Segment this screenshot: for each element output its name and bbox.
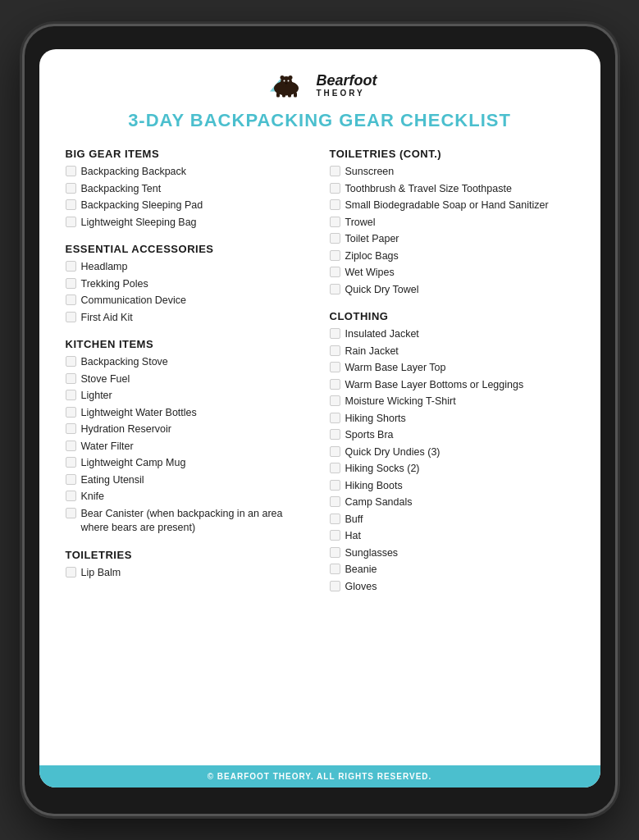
section-title-big-gear: BIG GEAR ITEMS bbox=[66, 148, 310, 160]
checkbox[interactable] bbox=[330, 514, 340, 524]
svg-point-12 bbox=[285, 83, 288, 84]
list-item: Camp Sandals bbox=[330, 495, 574, 510]
list-item: Buff bbox=[330, 513, 574, 527]
checkbox[interactable] bbox=[66, 356, 76, 367]
checkbox[interactable] bbox=[66, 407, 76, 418]
checkbox[interactable] bbox=[66, 567, 76, 578]
checkbox[interactable] bbox=[330, 530, 340, 541]
list-item: Moisture Wicking T-Shirt bbox=[330, 395, 574, 409]
list-item: Trowel bbox=[330, 216, 574, 231]
list-item: Hiking Boots bbox=[330, 479, 574, 494]
list-item: Lightweight Sleeping Bag bbox=[66, 216, 310, 231]
checkbox[interactable] bbox=[66, 491, 76, 501]
right-column: TOILETRIES (cont.) Sunscreen Toothbrush … bbox=[330, 148, 574, 607]
list-item: Backpacking Backpack bbox=[66, 165, 310, 180]
tablet-screen: Bearfoot THEORY 3-DAY BACKPACKING GEAR C… bbox=[39, 49, 600, 788]
list-item: Quick Dry Undies (3) bbox=[330, 445, 574, 460]
checkbox[interactable] bbox=[66, 166, 76, 176]
svg-rect-8 bbox=[288, 94, 291, 98]
checkbox[interactable] bbox=[330, 199, 340, 210]
checkbox[interactable] bbox=[66, 183, 76, 194]
left-column: BIG GEAR ITEMS Backpacking Backpack Back… bbox=[66, 148, 310, 607]
checkbox[interactable] bbox=[66, 261, 76, 272]
list-item: Hydration Reservoir bbox=[66, 422, 310, 437]
list-item: Headlamp bbox=[66, 260, 310, 275]
checkbox[interactable] bbox=[330, 480, 340, 491]
list-item: Quick Dry Towel bbox=[330, 283, 574, 298]
checkbox[interactable] bbox=[330, 250, 340, 261]
checkbox[interactable] bbox=[66, 278, 76, 289]
brand-name: Bearfoot bbox=[316, 72, 377, 89]
logo-area: Bearfoot THEORY bbox=[66, 69, 574, 102]
checkbox[interactable] bbox=[330, 267, 340, 277]
content-area: Bearfoot THEORY 3-DAY BACKPACKING GEAR C… bbox=[39, 49, 600, 765]
checkbox[interactable] bbox=[66, 312, 76, 322]
checkbox[interactable] bbox=[66, 373, 76, 384]
checkbox[interactable] bbox=[330, 166, 340, 176]
list-item: Small Biodegradable Soap or Hand Sanitiz… bbox=[330, 199, 574, 213]
list-item: Warm Base Layer Bottoms or Leggings bbox=[330, 378, 574, 393]
list-item: Sports Bra bbox=[330, 428, 574, 443]
list-item: Knife bbox=[66, 490, 310, 504]
checkbox[interactable] bbox=[330, 362, 340, 372]
list-item: Backpacking Sleeping Pad bbox=[66, 199, 310, 213]
list-item: Water Filter bbox=[66, 440, 310, 454]
footer-text: © BEARFOOT THEORY. ALL RIGHTS RESERVED. bbox=[208, 772, 432, 781]
section-kitchen-items: KITCHEN ITEMS Backpacking Stove Stove Fu… bbox=[66, 338, 310, 536]
list-item: Trekking Poles bbox=[66, 277, 310, 292]
list-item: Lighter bbox=[66, 389, 310, 404]
section-title-clothing: CLOTHING bbox=[330, 310, 574, 322]
list-item: Lip Balm bbox=[66, 566, 310, 581]
list-item: Gloves bbox=[330, 580, 574, 595]
checkbox[interactable] bbox=[330, 463, 340, 473]
section-toiletries-cont: TOILETRIES (cont.) Sunscreen Toothbrush … bbox=[330, 148, 574, 297]
brand-sub: THEORY bbox=[316, 89, 377, 98]
checkbox[interactable] bbox=[330, 345, 340, 356]
bear-logo: Bearfoot THEORY bbox=[262, 69, 377, 102]
checkbox[interactable] bbox=[330, 183, 340, 194]
checkbox[interactable] bbox=[66, 474, 76, 485]
checkbox[interactable] bbox=[330, 217, 340, 227]
section-title-toiletries-cont: TOILETRIES (cont.) bbox=[330, 148, 574, 160]
checklist-grid: BIG GEAR ITEMS Backpacking Backpack Back… bbox=[66, 148, 574, 607]
checkbox[interactable] bbox=[330, 284, 340, 294]
checkbox[interactable] bbox=[66, 423, 76, 434]
list-item: Communication Device bbox=[66, 294, 310, 308]
checkbox[interactable] bbox=[66, 294, 76, 305]
section-toiletries: TOILETRIES Lip Balm bbox=[66, 549, 310, 581]
list-item: Lightweight Camp Mug bbox=[66, 456, 310, 471]
list-item: Hiking Shorts bbox=[330, 412, 574, 427]
checkbox[interactable] bbox=[66, 217, 76, 227]
list-item: Toothbrush & Travel Size Toothpaste bbox=[330, 182, 574, 197]
list-item: Backpacking Stove bbox=[66, 355, 310, 370]
svg-point-11 bbox=[288, 80, 290, 82]
checkbox[interactable] bbox=[330, 581, 340, 591]
checkbox[interactable] bbox=[330, 446, 340, 457]
checkbox[interactable] bbox=[330, 328, 340, 339]
svg-rect-6 bbox=[276, 93, 280, 98]
checkbox[interactable] bbox=[330, 564, 340, 574]
section-big-gear: BIG GEAR ITEMS Backpacking Backpack Back… bbox=[66, 148, 310, 230]
checkbox[interactable] bbox=[330, 547, 340, 558]
checkbox[interactable] bbox=[66, 441, 76, 451]
checkbox[interactable] bbox=[330, 395, 340, 406]
checkbox[interactable] bbox=[66, 390, 76, 400]
bear-icon bbox=[262, 69, 311, 102]
checkbox[interactable] bbox=[66, 508, 76, 518]
checkbox[interactable] bbox=[330, 429, 340, 440]
checkbox[interactable] bbox=[330, 233, 340, 244]
checkbox[interactable] bbox=[330, 413, 340, 423]
list-item: Beanie bbox=[330, 563, 574, 578]
brand-text-block: Bearfoot THEORY bbox=[316, 73, 377, 98]
section-essential-accessories: ESSENTIAL ACCESSORIES Headlamp Trekking … bbox=[66, 243, 310, 325]
checkbox[interactable] bbox=[66, 457, 76, 468]
page-title: 3-DAY BACKPACKING GEAR CHECKLIST bbox=[66, 110, 574, 131]
list-item: First Aid Kit bbox=[66, 311, 310, 326]
checkbox[interactable] bbox=[330, 496, 340, 507]
checkbox[interactable] bbox=[66, 199, 76, 210]
checkbox[interactable] bbox=[330, 379, 340, 390]
list-item: Rain Jacket bbox=[330, 345, 574, 359]
list-item: Bear Canister (when backpacking in an ar… bbox=[66, 507, 310, 536]
list-item: Sunglasses bbox=[330, 546, 574, 561]
svg-rect-9 bbox=[294, 93, 297, 98]
